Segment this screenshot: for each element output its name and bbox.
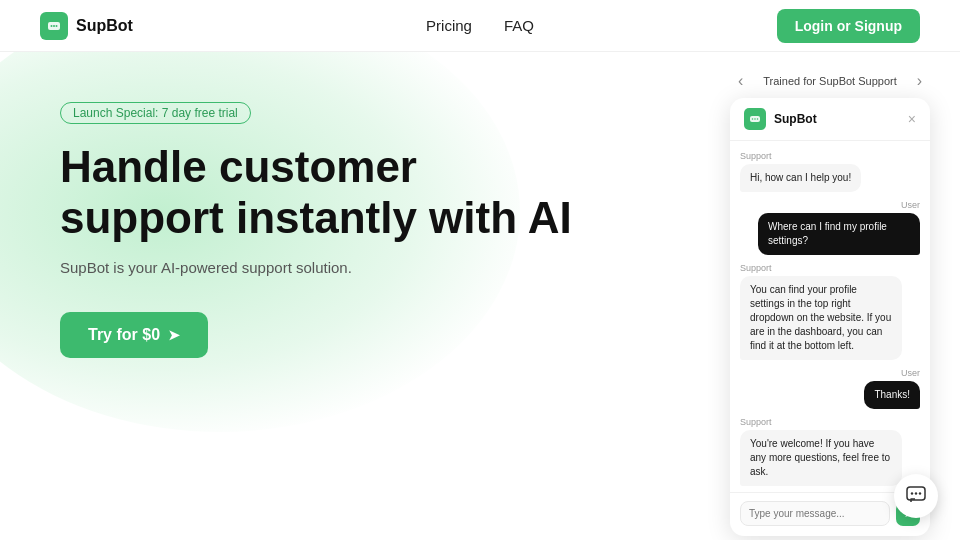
msg-group-4: User Thanks! (740, 368, 920, 409)
chat-nav-arrows: ‹ Trained for SupBot Support › (730, 70, 930, 92)
msg-group-1: Support Hi, how can I help you! (740, 151, 920, 192)
nav-link-pricing[interactable]: Pricing (426, 17, 472, 34)
svg-point-7 (757, 118, 759, 120)
svg-point-9 (911, 492, 913, 494)
msg-label-support-1: Support (740, 151, 920, 161)
nav-links: Pricing FAQ (426, 17, 534, 34)
try-button-label: Try for $0 (88, 326, 160, 344)
svg-point-1 (51, 25, 53, 27)
svg-point-6 (754, 118, 756, 120)
chat-next-button[interactable]: › (913, 70, 926, 92)
msg-label-support-2: Support (740, 263, 920, 273)
msg-group-3: Support You can find your profile settin… (740, 263, 920, 360)
launch-badge: Launch Special: 7 day free trial (60, 102, 251, 124)
svg-point-3 (56, 25, 58, 27)
chat-header-name: SupBot (774, 112, 817, 126)
hero-section: Launch Special: 7 day free trial Handle … (0, 52, 960, 540)
chat-close-button[interactable]: × (908, 112, 916, 126)
logo[interactable]: SupBot (40, 12, 133, 40)
chat-prev-button[interactable]: ‹ (734, 70, 747, 92)
msg-label-user-2: User (740, 368, 920, 378)
chat-input[interactable] (740, 501, 890, 526)
chat-launcher-button[interactable] (894, 474, 938, 518)
chat-launcher-icon (905, 483, 927, 510)
svg-point-2 (53, 25, 55, 27)
msg-bubble-support-2: You can find your profile settings in th… (740, 276, 902, 360)
try-button[interactable]: Try for $0 ➤ (60, 312, 208, 358)
chat-nav-title: Trained for SupBot Support (763, 75, 897, 87)
navbar: SupBot Pricing FAQ Login or Signup (0, 0, 960, 52)
svg-point-5 (752, 118, 754, 120)
svg-point-11 (919, 492, 921, 494)
hero-title: Handle customer support instantly with A… (60, 142, 580, 243)
try-button-arrow: ➤ (168, 327, 180, 343)
chat-messages: Support Hi, how can I help you! User Whe… (730, 141, 930, 492)
msg-bubble-support-1: Hi, how can I help you! (740, 164, 861, 192)
logo-icon (40, 12, 68, 40)
logo-text: SupBot (76, 17, 133, 35)
chat-box: SupBot × Support Hi, how can I help you!… (730, 98, 930, 536)
chat-widget: ‹ Trained for SupBot Support › SupBot (730, 70, 930, 536)
msg-label-user-1: User (740, 200, 920, 210)
msg-group-2: User Where can I find my profile setting… (740, 200, 920, 255)
svg-point-10 (915, 492, 917, 494)
msg-label-support-3: Support (740, 417, 920, 427)
msg-bubble-user-1: Where can I find my profile settings? (758, 213, 920, 255)
nav-link-faq[interactable]: FAQ (504, 17, 534, 34)
msg-bubble-support-3: You're welcome! If you have any more que… (740, 430, 902, 486)
msg-group-5: Support You're welcome! If you have any … (740, 417, 920, 486)
msg-bubble-user-2: Thanks! (864, 381, 920, 409)
chat-avatar (744, 108, 766, 130)
chat-header: SupBot × (730, 98, 930, 141)
login-signup-button[interactable]: Login or Signup (777, 9, 920, 43)
